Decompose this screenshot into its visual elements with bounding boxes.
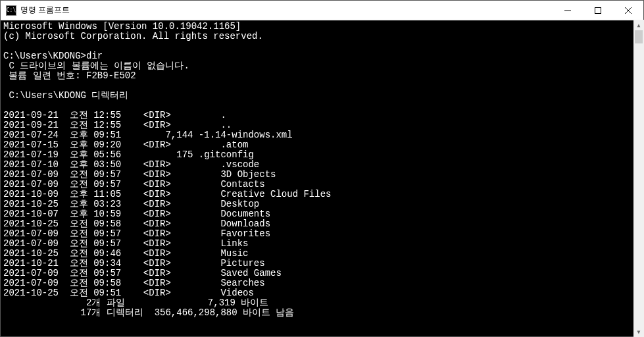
close-button[interactable]: [613, 1, 643, 20]
scrollbar-thumb[interactable]: [635, 30, 643, 43]
close-icon: [625, 7, 632, 14]
scrollbar-track[interactable]: [633, 30, 644, 326]
minimize-button[interactable]: [553, 1, 583, 20]
maximize-button[interactable]: [583, 1, 613, 20]
console-output[interactable]: Microsoft Windows [Version 10.0.19042.11…: [1, 20, 643, 336]
command-prompt-window: C:\ 명령 프롬프트 Microsoft Windows [Version 1…: [0, 0, 644, 337]
svg-rect-1: [595, 7, 601, 13]
app-icon-text: C:\: [7, 7, 16, 13]
scrollbar[interactable]: ▲ ▼: [633, 20, 644, 337]
maximize-icon: [595, 7, 601, 14]
scrollbar-up-button[interactable]: ▲: [633, 20, 644, 30]
window-title: 명령 프롬프트: [20, 5, 553, 16]
app-icon: C:\: [6, 5, 16, 16]
minimize-icon: [564, 7, 571, 14]
scrollbar-down-button[interactable]: ▼: [633, 326, 644, 337]
titlebar[interactable]: C:\ 명령 프롬프트: [1, 1, 643, 20]
window-controls: [553, 1, 643, 20]
